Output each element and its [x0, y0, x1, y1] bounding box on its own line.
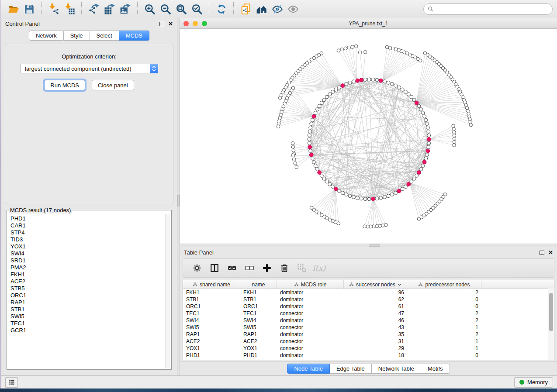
- mcds-result-item[interactable]: SRD1: [8, 257, 165, 264]
- table-row[interactable]: YOX1YOX1connector291: [183, 345, 554, 352]
- close-panel-icon[interactable]: ✕: [168, 22, 173, 26]
- desktop-edge-bottom: [0, 389, 557, 392]
- optimization-criterion-select[interactable]: largest connected component (undirected): [20, 64, 158, 73]
- delete-columns-button[interactable]: [277, 261, 291, 275]
- float-table-panel-icon[interactable]: [540, 251, 544, 255]
- table-row[interactable]: STB1STB1dominator620: [183, 296, 554, 303]
- window-close-traffic-light[interactable]: [183, 21, 189, 26]
- table-scrollbar[interactable]: [548, 289, 554, 360]
- table-cell: 0: [407, 303, 481, 310]
- mcds-result-item[interactable]: SWI4: [8, 250, 165, 257]
- table-cell: 18: [344, 352, 407, 359]
- memory-button[interactable]: Memory: [514, 377, 553, 388]
- mcds-result-item[interactable]: CAR1: [8, 222, 165, 229]
- zoom-out-button[interactable]: [158, 2, 173, 16]
- export-table-icon: [104, 3, 115, 15]
- export-network-button[interactable]: [86, 2, 102, 16]
- mcds-result-item[interactable]: STB5: [8, 285, 165, 292]
- table-row[interactable]: FKH1FKH1dominator962: [183, 289, 554, 296]
- mcds-result-item[interactable]: GCR1: [8, 327, 165, 334]
- tab-mcds[interactable]: MCDS: [119, 31, 149, 41]
- hide-selected-button[interactable]: [270, 2, 285, 16]
- table-tab-motifs[interactable]: Motifs: [421, 364, 450, 374]
- mcds-result-scrollbar[interactable]: [165, 214, 170, 368]
- column-header-name[interactable]: name: [240, 280, 277, 289]
- vertical-splitter-handle[interactable]: [177, 195, 180, 206]
- column-settings-button[interactable]: [190, 261, 204, 275]
- run-mcds-button[interactable]: Run MCDS: [44, 80, 85, 90]
- tab-select[interactable]: Select: [90, 31, 119, 41]
- table-scrollbar-thumb[interactable]: [549, 293, 553, 331]
- tab-network[interactable]: Network: [29, 31, 64, 41]
- close-table-panel-icon[interactable]: ✕: [548, 251, 553, 255]
- window-zoom-traffic-light[interactable]: [202, 21, 207, 26]
- table-row[interactable]: ORC1ORC1dominator610: [183, 303, 554, 310]
- horizontal-splitter[interactable]: [180, 244, 557, 247]
- table-cell: 61: [344, 303, 407, 310]
- table-cell: 0: [407, 352, 481, 359]
- mcds-result-title: MCDS result (17 nodes): [9, 207, 72, 213]
- mcds-result-item[interactable]: SWI5: [8, 313, 165, 320]
- mcds-result-item[interactable]: YOX1: [8, 243, 165, 250]
- network-canvas[interactable]: [180, 29, 557, 244]
- import-table-button[interactable]: [62, 2, 77, 16]
- zoom-out-icon: [160, 3, 171, 15]
- zoom-in-button[interactable]: [142, 2, 158, 16]
- column-header-predecessor-nodes[interactable]: predecessor nodes: [407, 280, 481, 289]
- zoom-fit-button[interactable]: [173, 2, 189, 16]
- task-history-button[interactable]: [5, 377, 18, 388]
- mcds-result-item[interactable]: PMA2: [8, 264, 165, 271]
- table-row[interactable]: TEC1TEC1connector472: [183, 310, 554, 317]
- mcds-result-item[interactable]: FKH1: [8, 271, 165, 278]
- application-window: Control Panel ✕ NetworkStyleSelectMCDS O…: [0, 0, 557, 392]
- select-all-button[interactable]: [225, 261, 239, 275]
- mcds-result-item[interactable]: STP4: [8, 229, 165, 236]
- float-panel-icon[interactable]: [159, 22, 164, 26]
- table-tab-edge-table[interactable]: Edge Table: [330, 364, 372, 374]
- mcds-result-item[interactable]: STB1: [8, 306, 165, 313]
- search-box[interactable]: [423, 3, 553, 15]
- tab-style[interactable]: Style: [64, 31, 90, 41]
- first-neighbors-button[interactable]: [254, 2, 270, 16]
- apply-layout-button[interactable]: [214, 2, 229, 16]
- mcds-result-item[interactable]: PHD1: [8, 215, 165, 222]
- import-network-button[interactable]: [46, 2, 62, 16]
- show-all-button[interactable]: [285, 2, 301, 16]
- table-tab-node-table[interactable]: Node Table: [287, 364, 330, 374]
- column-header-MCDS-role[interactable]: MCDS role: [277, 280, 344, 289]
- table-row[interactable]: RAP1RAP1dominator352: [183, 331, 554, 338]
- deselect-all-button[interactable]: [242, 261, 256, 275]
- mcds-result-item[interactable]: TEC1: [8, 320, 165, 327]
- table-cell: YOX1: [183, 345, 240, 352]
- column-header-shared-name[interactable]: shared name: [183, 280, 240, 289]
- open-session-button[interactable]: [6, 2, 21, 16]
- mcds-result-item[interactable]: ACE2: [8, 278, 165, 285]
- close-panel-button[interactable]: Close panel: [92, 80, 134, 90]
- mcds-result-group: MCDS result (17 nodes) PHD1CAR1STP4TID3Y…: [7, 207, 172, 370]
- export-table-button[interactable]: [102, 2, 118, 16]
- column-header-successor-nodes[interactable]: successor nodes: [344, 280, 407, 289]
- right-column: YPA_prune.txt_1 Table Panel ✕: [180, 18, 557, 375]
- table-row[interactable]: PHD1PHD1dominator180: [183, 352, 554, 359]
- mcds-result-item[interactable]: TID3: [8, 236, 165, 243]
- table-row[interactable]: SWI5SWI5connector431: [183, 324, 554, 331]
- mcds-result-item[interactable]: ORC1: [8, 292, 165, 299]
- mcds-result-item[interactable]: RAP1: [8, 299, 165, 306]
- zoom-selected-button[interactable]: [189, 2, 205, 16]
- new-network-from-selection-button[interactable]: [238, 2, 254, 16]
- network-graph[interactable]: [180, 29, 557, 244]
- window-minimize-traffic-light[interactable]: [193, 21, 198, 26]
- tree-icon: [418, 282, 423, 287]
- table-row[interactable]: ACE2ACE2connector311: [183, 338, 554, 345]
- export-image-button[interactable]: [118, 2, 133, 16]
- horizontal-splitter-handle[interactable]: [369, 244, 380, 247]
- save-session-button[interactable]: [21, 2, 37, 16]
- toggle-panel-mode-button[interactable]: [208, 261, 221, 275]
- table-tab-network-table[interactable]: Network Table: [372, 364, 421, 374]
- export-image-icon: [120, 3, 131, 15]
- search-input[interactable]: [436, 5, 548, 13]
- vertical-splitter[interactable]: [177, 18, 180, 375]
- table-row[interactable]: SWI4SWI4dominator462: [183, 317, 554, 324]
- add-column-button[interactable]: [260, 261, 273, 275]
- eye-icon: [287, 3, 299, 15]
